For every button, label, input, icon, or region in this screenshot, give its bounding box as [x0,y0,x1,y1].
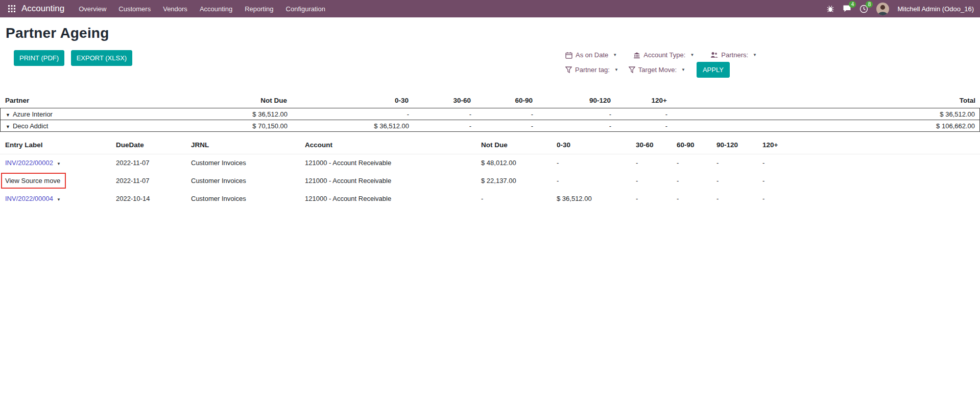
col-entry-label: Entry Label [0,141,116,149]
cell-not-due: $ 48,012.00 [481,159,557,167]
filter-as-on-date[interactable]: As on Date ▼ [565,51,617,59]
cell-60-90: - [677,159,716,167]
cell-30-60: - [636,195,677,202]
cell-30-60: - [636,177,677,185]
menu-accounting[interactable]: Accounting [194,0,238,17]
cell-60-90: - [677,177,716,185]
collapse-caret-icon[interactable]: ▼ [6,112,10,118]
col-jrnl: JRNL [191,141,305,149]
entry-dropdown-caret-icon[interactable]: ▼ [57,162,61,166]
messages-button[interactable]: 4 [843,5,851,13]
apps-menu-button[interactable] [4,0,19,17]
col-not-due: Not Due [158,97,287,104]
print-pdf-button[interactable]: PRINT (PDF) [14,50,64,66]
col-90-120: 90-120 [716,141,762,149]
chevron-down-icon: ▼ [690,53,694,57]
col-30-60: 30-60 [409,97,471,104]
cell-120-plus: - [762,177,980,185]
calendar-icon [565,52,572,59]
entry-move-link[interactable]: INV/2022/00004 [5,195,53,202]
cell-duedate: 2022-10-14 [116,195,191,202]
filter-target-move[interactable]: Target Move: ▼ [629,66,685,74]
menu-configuration[interactable]: Configuration [280,0,331,17]
report-filters: As on Date ▼ Account Type: ▼ [565,51,744,81]
partner-row-deco-addict[interactable]: ▼Deco Addict $ 70,150.00 $ 36,512.00 - -… [0,120,980,132]
partner-ageing-summary-table: Partner Not Due 0-30 30-60 60-90 90-120 … [0,95,980,132]
messages-badge: 4 [849,1,856,8]
cell-30-60: - [409,110,471,118]
cell-jrnl: Customer Invoices [191,195,305,202]
cell-90-120: - [716,177,762,185]
menu-reporting[interactable]: Reporting [238,0,279,17]
cell-90-120: - [716,159,762,167]
cell-90-120: - [533,110,611,118]
filter-funnel-icon [629,66,635,73]
top-navbar: Accounting Overview Customers Vendors Ac… [0,0,980,17]
cell-total: $ 36,512.00 [667,110,979,118]
col-120-plus: 120+ [762,141,980,149]
col-60-90: 60-90 [471,97,533,104]
entry-row-2: View Source move 2022-11-07 Customer Inv… [0,171,980,190]
cell-duedate: 2022-11-07 [116,177,191,185]
partner-name: Azure Interior [13,110,53,118]
col-total: Total [667,97,980,104]
cell-not-due: $ 36,512.00 [159,110,288,118]
col-account: Account [305,141,481,149]
menu-overview[interactable]: Overview [73,0,112,17]
cell-60-90: - [471,122,533,130]
activities-badge: 8 [866,1,873,8]
view-source-move-menu-item[interactable]: View Source move [1,173,66,189]
col-90-120: 90-120 [533,97,611,104]
bug-icon [826,5,834,13]
filter-account-type[interactable]: Account Type: ▼ [633,51,694,59]
cell-0-30: - [288,110,409,118]
col-0-30: 0-30 [557,141,636,149]
main-menu: Overview Customers Vendors Accounting Re… [73,0,331,17]
collapse-caret-icon[interactable]: ▼ [6,124,10,129]
entry-dropdown-caret-icon[interactable]: ▼ [57,197,61,202]
filter-target-move-label: Target Move: [638,66,677,74]
cell-60-90: - [677,195,716,202]
cell-account: 121000 - Account Receivable [305,195,481,202]
chevron-down-icon: ▼ [681,67,685,72]
col-duedate: DueDate [116,141,191,149]
page-title: Partner Ageing [6,25,980,41]
filter-partner-tag-label: Partner tag: [575,66,610,74]
col-0-30: 0-30 [287,97,409,104]
filter-funnel-icon [565,66,572,73]
entry-move-link[interactable]: INV/2022/00002 [5,159,53,167]
filter-partners[interactable]: Partners: ▼ [710,51,757,59]
chevron-down-icon: ▼ [613,53,617,57]
debug-button[interactable] [826,5,834,13]
apply-button[interactable]: APPLY [697,62,730,78]
cell-60-90: - [471,110,533,118]
cell-not-due: $ 70,150.00 [159,122,288,130]
partner-name: Deco Addict [13,122,48,130]
cell-90-120: - [716,195,762,202]
partner-row-azure-interior[interactable]: ▼Azure Interior $ 36,512.00 - - - - - $ … [0,108,980,120]
cell-not-due: $ 22,137.00 [481,177,557,185]
chevron-down-icon: ▼ [614,67,618,72]
menu-customers[interactable]: Customers [112,0,157,17]
cell-account: 121000 - Account Receivable [305,159,481,167]
cell-30-60: - [636,159,677,167]
cell-duedate: 2022-11-07 [116,159,191,167]
cell-jrnl: Customer Invoices [191,177,305,185]
col-120-plus: 120+ [611,97,667,104]
menu-vendors[interactable]: Vendors [157,0,194,17]
col-60-90: 60-90 [677,141,716,149]
filter-as-on-date-label: As on Date [576,51,608,59]
activities-button[interactable]: 8 [859,5,868,13]
col-30-60: 30-60 [636,141,677,149]
apps-grid-icon [8,5,15,12]
avatar[interactable] [876,3,889,15]
export-xlsx-button[interactable]: EXPORT (XLSX) [71,50,133,66]
entry-lines-table: Entry Label DueDate JRNL Account Not Due… [0,136,980,207]
users-icon [710,52,718,58]
entry-row-1: INV/2022/00002▼ 2022-11-07 Customer Invo… [0,154,980,171]
detail-header-row: Entry Label DueDate JRNL Account Not Due… [0,136,980,154]
current-app-name[interactable]: Accounting [21,4,64,14]
user-menu[interactable]: Mitchell Admin (Odoo_16) [897,5,974,13]
filter-partner-tag[interactable]: Partner tag: ▼ [565,66,618,74]
cell-not-due: - [481,195,557,202]
